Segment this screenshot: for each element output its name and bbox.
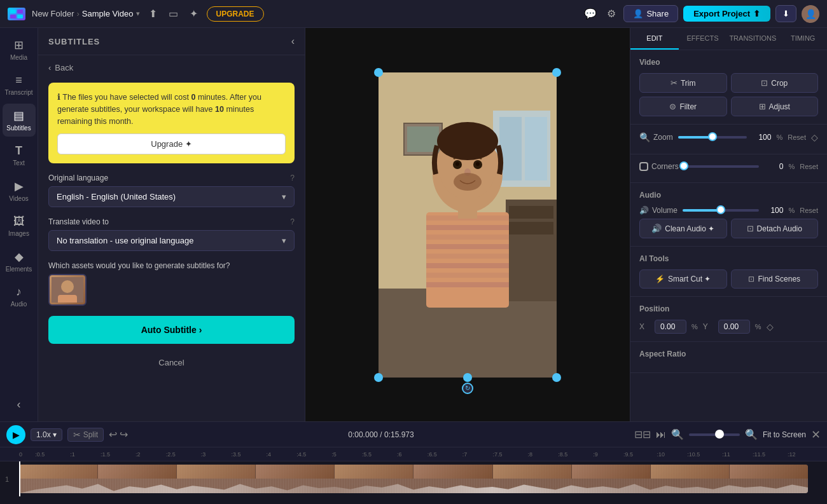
redo-icon: ↪: [120, 429, 128, 440]
volume-slider-thumb[interactable]: [716, 205, 725, 214]
tab-effects[interactable]: EFFECTS: [679, 28, 727, 50]
rotate-handle[interactable]: ↻: [462, 383, 473, 394]
asset-thumbnail[interactable]: [48, 274, 87, 306]
zoom-value: 100: [752, 133, 771, 142]
sidebar-item-audio[interactable]: ♪ Audio: [3, 280, 36, 313]
audio-split-icon[interactable]: ⊟⊟: [634, 428, 651, 440]
upload-button[interactable]: ⬆: [146, 5, 160, 22]
speed-selector[interactable]: 1.0x ▾: [31, 428, 62, 441]
timeline-zoom-thumb[interactable]: [715, 430, 724, 439]
sidebar-item-elements[interactable]: ◆ Elements: [3, 245, 36, 278]
split-button[interactable]: ✂ Split: [67, 428, 104, 442]
trim-button[interactable]: ✂ Trim: [639, 73, 727, 93]
crop-handle-top-right[interactable]: [552, 68, 561, 77]
corners-slider-thumb[interactable]: [679, 161, 688, 170]
y-value[interactable]: 0.00: [718, 320, 750, 334]
svg-rect-33: [426, 263, 509, 268]
corners-slider[interactable]: [684, 165, 760, 168]
zoom-diamond-icon[interactable]: ◇: [811, 132, 818, 142]
sidebar-label-images: Images: [8, 230, 29, 237]
upgrade-workspace-button[interactable]: Upgrade ✦: [57, 133, 286, 154]
crop-icon: ⊡: [761, 78, 768, 88]
close-timeline-button[interactable]: ✕: [811, 428, 821, 442]
sidebar-label-subtitles: Subtitles: [6, 125, 31, 132]
main-content: ⊞ Media ≡ Transcript ▤ Subtitles T Text …: [0, 28, 827, 421]
back-arrow-icon: ‹: [48, 63, 51, 72]
sidebar-item-subtitles[interactable]: ▤ Subtitles: [3, 104, 36, 137]
crop-handle-bottom-center[interactable]: [463, 373, 472, 382]
timeline-right-controls: ⊟⊟ ⏭ 🔍 🔍 Fit to Screen ✕: [634, 428, 821, 442]
video-track[interactable]: [19, 465, 808, 493]
original-language-select[interactable]: English - English (United States) ▾: [48, 186, 295, 207]
collapse-icon: ‹: [17, 398, 21, 411]
timeline-zoom-slider[interactable]: [689, 433, 740, 436]
translate-help-icon[interactable]: ?: [290, 217, 295, 226]
smart-cut-button[interactable]: ⚡ Smart Cut ✦: [639, 269, 727, 289]
svg-point-22: [455, 162, 459, 166]
zoom-reset[interactable]: Reset: [788, 133, 806, 141]
fit-to-screen-label[interactable]: Fit to Screen: [763, 430, 806, 439]
preview-button[interactable]: ▭: [166, 5, 181, 22]
zoom-in-icon[interactable]: 🔍: [745, 428, 758, 440]
clean-audio-button[interactable]: 🔊 Clean Audio ✦: [639, 219, 727, 238]
redo-button[interactable]: ↪: [120, 428, 128, 440]
y-label: Y: [703, 322, 713, 331]
export-button[interactable]: Export Project ⬆: [683, 6, 770, 22]
translate-select[interactable]: No translation - use original language ▾: [48, 230, 295, 251]
magic-button[interactable]: ✦: [187, 5, 200, 22]
svg-rect-1: [17, 10, 23, 13]
crop-handle-bottom-left[interactable]: [374, 373, 383, 382]
timeline-ruler: 0 :0.5 :1 :1.5 :2 :2.5 :3 :3.5 :4 :4.5 :…: [0, 447, 827, 461]
subtitles-icon: ▤: [13, 109, 24, 123]
original-language-help-icon[interactable]: ?: [290, 174, 295, 182]
breadcrumb-chevron[interactable]: ▾: [136, 10, 140, 18]
auto-subtitle-button[interactable]: Auto Subtitle ›: [48, 316, 295, 344]
sidebar-item-images[interactable]: 🖼 Images: [3, 210, 36, 242]
download-button[interactable]: ⬇: [775, 5, 796, 22]
undo-button[interactable]: ↩: [109, 428, 117, 440]
zoom-slider[interactable]: [678, 136, 747, 139]
find-scenes-button[interactable]: ⊡ Find Scenes: [731, 269, 819, 289]
tab-edit[interactable]: EDIT: [630, 28, 679, 50]
svg-rect-0: [10, 10, 16, 13]
position-diamond-icon[interactable]: ◇: [767, 322, 774, 332]
adjust-button[interactable]: ⊞ Adjust: [731, 97, 819, 116]
detach-audio-button[interactable]: ⊡ Detach Audio: [731, 219, 819, 238]
zoom-slider-thumb[interactable]: [708, 132, 717, 141]
timeline: ▶ 1.0x ▾ ✂ Split ↩ ↪ 0:00.000 / 0:15.973…: [0, 421, 827, 504]
zoom-out-icon[interactable]: 🔍: [671, 428, 684, 440]
tab-timing[interactable]: TIMING: [779, 28, 827, 50]
panel-collapse-button[interactable]: ‹: [291, 36, 295, 47]
crop-handle-bottom-right[interactable]: [552, 373, 561, 382]
video-name[interactable]: Sample Video: [82, 9, 134, 18]
cancel-button[interactable]: Cancel: [48, 354, 295, 371]
back-button[interactable]: ‹ Back: [48, 63, 295, 72]
share-button[interactable]: 👤 Share: [623, 5, 678, 22]
crop-handle-top-left[interactable]: [374, 68, 383, 77]
svg-rect-34: [426, 273, 509, 278]
skip-to-end-icon[interactable]: ⏭: [656, 429, 666, 440]
crop-button[interactable]: ⊡ Crop: [731, 73, 819, 93]
settings-icon[interactable]: ⚙: [604, 5, 618, 22]
sidebar-item-transcript[interactable]: ≡ Transcript: [3, 69, 36, 101]
comment-icon[interactable]: 💬: [581, 5, 599, 22]
x-value[interactable]: 0.00: [655, 320, 686, 334]
sidebar-item-collapse[interactable]: ‹: [3, 393, 36, 416]
chevron-down-icon: ▾: [282, 192, 286, 201]
tab-transitions[interactable]: TRANSITIONS: [726, 28, 779, 50]
volume-slider[interactable]: [683, 209, 759, 212]
sidebar-item-text[interactable]: T Text: [3, 139, 36, 172]
playhead[interactable]: [19, 461, 20, 496]
filter-button[interactable]: ⊜ Filter: [639, 97, 727, 116]
timeline-controls: ▶ 1.0x ▾ ✂ Split ↩ ↪ 0:00.000 / 0:15.973…: [0, 422, 827, 447]
sidebar-item-media[interactable]: ⊞ Media: [3, 33, 36, 66]
user-avatar[interactable]: 👤: [802, 5, 819, 23]
folder-name[interactable]: New Folder: [32, 9, 74, 18]
transcript-icon: ≡: [15, 74, 22, 87]
play-button[interactable]: ▶: [6, 425, 25, 444]
corners-reset[interactable]: Reset: [800, 163, 818, 170]
sidebar-item-videos[interactable]: ▶ Videos: [3, 174, 36, 207]
upgrade-button[interactable]: UPGRADE: [207, 6, 264, 22]
volume-reset[interactable]: Reset: [800, 207, 818, 214]
app-logo: [8, 8, 25, 20]
